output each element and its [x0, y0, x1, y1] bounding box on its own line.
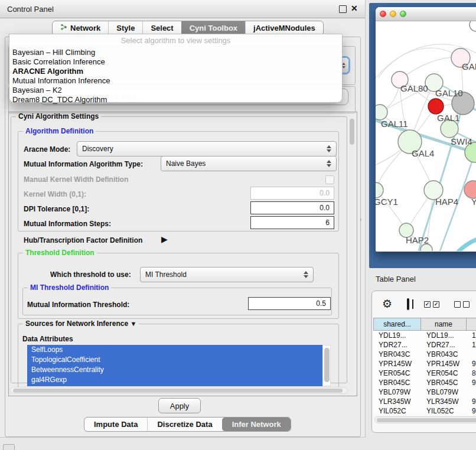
table-horizontal-scrollbar[interactable] — [374, 416, 476, 423]
collapse-down-arrow-icon[interactable]: ▼ — [130, 320, 136, 327]
tab-network[interactable]: Network — [53, 21, 108, 35]
table-row[interactable]: YBR045CYBR045C9. — [373, 378, 476, 387]
node-label-hap2: HAP2 — [406, 235, 429, 245]
close-traffic-light-icon[interactable] — [380, 11, 386, 17]
expand-right-arrow-icon[interactable]: ▶ — [161, 234, 168, 244]
attribute-item-selfloops[interactable]: SelfLoops — [27, 345, 322, 355]
table-cell: YBR045C — [421, 378, 467, 387]
manual-kernel-width-checkbox[interactable] — [325, 175, 334, 184]
aracne-mode-value: Discovery — [82, 145, 326, 153]
mi-threshold-field[interactable]: 0.5 — [248, 297, 331, 310]
node-pink-right[interactable] — [464, 181, 476, 198]
node-label-hap4: HAP4 — [435, 197, 458, 207]
algorithm-option-basic-correlation-inference[interactable]: Basic Correlation Inference — [9, 57, 342, 67]
node-gal11[interactable] — [376, 105, 387, 120]
node-label-gal11: GAL11 — [381, 119, 408, 129]
table-row[interactable]: YBR043CYBR043C — [373, 350, 476, 359]
select-all-icon[interactable]: ✓✓ — [424, 301, 439, 308]
node-label-gal10: GAL10 — [435, 88, 463, 98]
attributes-list-scrollbar[interactable] — [322, 345, 331, 386]
zoom-traffic-light-icon[interactable] — [400, 11, 406, 17]
table-cell: 9. — [467, 359, 476, 369]
column-header-shared[interactable]: shared... — [373, 318, 421, 331]
tab-impute-data[interactable]: Impute Data — [84, 418, 147, 431]
algorithm-dropdown-items: Bayesian – Hill ClimbingBasic Correlatio… — [9, 48, 342, 105]
node-label-gal4: GAL4 — [412, 148, 434, 158]
node-red[interactable] — [428, 99, 444, 114]
tab-cyni-toolbox[interactable]: Cyni Toolbox — [181, 21, 245, 35]
column-header-name[interactable]: name — [421, 318, 467, 331]
settings-horizontal-scrollbar[interactable] — [10, 387, 348, 394]
node-label-gal: GAL — [462, 61, 476, 71]
settings-vertical-scrollbar[interactable] — [348, 113, 356, 386]
algorithm-option-aracne-algorithm[interactable]: ARACNE Algorithm — [9, 67, 342, 76]
network-window[interactable]: GALGAL80GAL10GAL11GAL1SWI4GAL4GCY1HAP4YH… — [376, 7, 476, 252]
deselect-all-icon[interactable] — [454, 301, 470, 308]
table-cell: YBR043C — [373, 350, 421, 359]
network-canvas[interactable]: GALGAL80GAL10GAL11GAL1SWI4GAL4GCY1HAP4YH… — [376, 21, 476, 251]
aracne-mode-combobox[interactable]: Discovery — [77, 141, 337, 156]
table-cell: YBL079W — [373, 387, 421, 397]
dpi-tolerance-field[interactable]: 0.0 — [250, 201, 334, 214]
table-cell: YDL19... — [373, 331, 421, 340]
table-cell: YBL079W — [421, 387, 467, 397]
network-edge[interactable] — [457, 233, 476, 251]
column-layout-icon[interactable] — [407, 298, 409, 310]
table-panel-title: Table Panel — [376, 275, 416, 283]
table-row[interactable]: YPR145WYPR145W9. — [373, 359, 476, 369]
tab-infer-network[interactable]: Infer Network — [222, 418, 291, 431]
which-threshold-combobox[interactable]: MI Threshold — [140, 267, 314, 282]
data-attributes-list[interactable]: SelfLoopsTopologicalCoefficientBetweenne… — [27, 345, 322, 386]
settings-gear-icon[interactable]: ⚙ — [382, 299, 392, 309]
table-cell: YLR345W — [373, 397, 421, 406]
minimize-traffic-light-icon[interactable] — [390, 11, 396, 17]
attribute-item-topologicalcoefficient[interactable]: TopologicalCoefficient — [27, 355, 322, 365]
table-row[interactable]: YBL079WYBL079W — [373, 387, 476, 397]
node-label-y: Y — [471, 197, 476, 207]
mi-threshold-value: 0.5 — [316, 299, 326, 308]
mi-steps-label: Mutual Information Steps: — [24, 220, 111, 228]
table-cell: YDL19... — [421, 331, 467, 340]
which-threshold-value: MI Threshold — [145, 270, 303, 279]
tab-label: Network — [70, 24, 100, 32]
mi-steps-field[interactable]: 6 — [250, 216, 334, 229]
table-cell: YPR145W — [373, 359, 421, 369]
kernel-width-field[interactable]: 0.0 — [250, 187, 334, 200]
tab-jactivemnodules[interactable]: jActiveMNodules — [245, 21, 323, 35]
algorithm-option-bayesian-k2[interactable]: Bayesian – K2 — [9, 86, 342, 95]
network-edge[interactable] — [379, 48, 461, 77]
algorithm-dropdown-popup: Select algorithm to view settings Bayesi… — [9, 34, 343, 103]
algorithm-option-dream8-dc-tdc-algorithm[interactable]: Dream8 DC_TDC Algorithm — [9, 95, 342, 105]
table-header-row: shared...name — [373, 318, 476, 331]
table-cell: 13 — [467, 331, 476, 340]
table-row[interactable]: YER054CYER054C8. — [373, 369, 476, 378]
algorithm-option-mutual-information-inference[interactable]: Mutual Information Inference — [9, 76, 342, 86]
table-row[interactable]: YDL19...YDL19...13 — [373, 331, 476, 340]
dpi-tolerance-label: DPI Tolerance [0,1]: — [24, 205, 89, 213]
mi-algorithm-type-combobox[interactable]: Naive Bayes — [161, 156, 337, 171]
table-row[interactable]: YIL052CYIL052C9. — [373, 406, 476, 415]
algorithm-definition-title: Algorithm Definition — [23, 127, 96, 135]
table-row[interactable]: YLR345WYLR345W9. — [373, 397, 476, 406]
float-window-icon[interactable] — [339, 5, 347, 13]
node-top-partial[interactable] — [470, 21, 476, 31]
column-header-col2[interactable] — [467, 318, 476, 331]
attribute-item-gal4rgexp[interactable]: gal4RGexp — [27, 375, 322, 385]
close-icon[interactable]: ✕ — [351, 4, 358, 13]
data-attributes-label: Data Attributes — [22, 335, 73, 343]
tab-select[interactable]: Select — [142, 21, 181, 35]
tab-style[interactable]: Style — [108, 21, 142, 35]
attribute-item-betweennesscentrality[interactable]: BetweennessCentrality — [27, 365, 322, 375]
algorithm-option-bayesian-hill-climbing[interactable]: Bayesian – Hill Climbing — [9, 48, 342, 57]
table-cell: 9. — [467, 406, 476, 415]
table-cell: YER054C — [421, 369, 467, 378]
tab-label: Select — [151, 24, 173, 32]
tab-discretize-data[interactable]: Discretize Data — [147, 418, 221, 431]
panel-splitter-handle[interactable]: ‹ — [360, 215, 364, 223]
table-row[interactable]: YDR27...YDR27...12 — [373, 340, 476, 350]
node-gcy1[interactable] — [376, 182, 383, 198]
table-rows: YDL19...YDL19...13YDR27...YDR27...12YBR0… — [373, 331, 476, 415]
bottom-corner-icon[interactable] — [3, 444, 15, 450]
apply-button[interactable]: Apply — [158, 398, 201, 413]
threshold-definition-title: Threshold Definition — [23, 249, 97, 257]
